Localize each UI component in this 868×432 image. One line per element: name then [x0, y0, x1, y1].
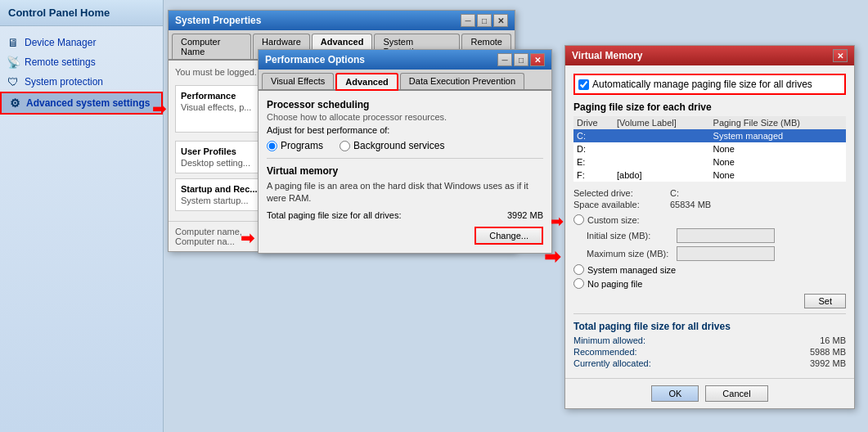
auto-manage-checkbox[interactable]: [578, 79, 589, 90]
selected-drive-value: C:: [670, 188, 679, 198]
no-paging-option[interactable]: No paging file: [573, 278, 846, 289]
performance-options-tabs: Visual Effects Advanced Data Execution P…: [259, 70, 551, 91]
virtual-memory-title: Virtual Memory: [572, 50, 642, 61]
paging-size-col-header: Paging File Size (MB): [710, 116, 846, 129]
vm-total-row: Total paging file size for all drives: 3…: [267, 210, 543, 220]
initial-size-input[interactable]: [677, 228, 775, 243]
perf-titlebar-controls: ─ □ ✕: [497, 53, 545, 66]
processor-scheduling-text: Choose how to allocate processor resourc…: [267, 112, 543, 122]
change-button[interactable]: Change...: [474, 227, 543, 245]
control-panel-home-title: Control Panel Home: [0, 0, 163, 26]
no-paging-radio[interactable]: [573, 278, 584, 289]
selected-drive-info: Selected drive: C: Space available: 6583…: [573, 188, 846, 209]
system-properties-titlebar: System Properties ─ □ ✕: [169, 11, 515, 30]
set-btn-row: Set: [573, 294, 846, 308]
ok-button[interactable]: OK: [651, 385, 699, 402]
background-radio[interactable]: [340, 141, 350, 151]
programs-radio[interactable]: [267, 141, 277, 151]
sidebar-item-remote-settings[interactable]: 📡 Remote settings: [0, 52, 163, 72]
maximize-button[interactable]: □: [477, 14, 492, 27]
advanced-system-settings-icon: ⚙: [8, 97, 21, 110]
paging-heading: Paging file size for each drive: [573, 101, 846, 113]
drive-row-e[interactable]: E: None: [573, 155, 846, 169]
currently-allocated-row: Currently allocated: 3992 MB: [573, 358, 846, 368]
tab-computer-name[interactable]: Computer Name: [172, 34, 251, 59]
recommended-row: Recommended: 5988 MB: [573, 347, 846, 357]
custom-size-label: Custom size:: [587, 215, 677, 225]
processor-scheduling-section: Processor scheduling Choose how to alloc…: [267, 99, 543, 151]
perf-minimize-button[interactable]: ─: [497, 53, 512, 66]
vm-dialog-arrow: ➡: [544, 245, 560, 268]
background-radio-label[interactable]: Background services: [340, 140, 444, 151]
drive-row-d[interactable]: D: None: [573, 142, 846, 155]
set-button[interactable]: Set: [804, 294, 846, 308]
device-manager-icon: 🖥: [7, 36, 20, 49]
maximum-size-input[interactable]: [677, 246, 775, 261]
drive-e-size: None: [710, 155, 846, 169]
system-protection-link[interactable]: System protection: [25, 76, 103, 88]
device-manager-link[interactable]: Device Manager: [25, 37, 96, 48]
change-btn-row: Change...: [267, 227, 543, 245]
no-paging-label: No paging file: [587, 279, 642, 289]
drive-col-header: Drive: [573, 116, 614, 129]
tab-advanced-perf[interactable]: Advanced: [335, 73, 398, 91]
background-label: Background services: [353, 140, 444, 151]
drive-table: Drive [Volume Label] Paging File Size (M…: [573, 116, 846, 182]
vm-text: A paging file is an area on the hard dis…: [267, 180, 543, 205]
tab-visual-effects[interactable]: Visual Effects: [262, 73, 334, 89]
drive-f-letter: F:: [573, 169, 614, 182]
change-btn-container: ➡ Change...: [267, 227, 543, 245]
performance-options-title: Performance Options: [265, 54, 365, 65]
size-options: ➡ Custom size: Initial size (MB): Maximu…: [573, 214, 846, 289]
drive-e-label: [614, 155, 710, 169]
cancel-button[interactable]: Cancel: [705, 385, 767, 402]
vm-titlebar-controls: ✕: [833, 49, 848, 62]
performance-options-dialog: Performance Options ─ □ ✕ Visual Effects…: [258, 49, 552, 254]
initial-size-row: Initial size (MB):: [587, 228, 846, 243]
drive-row-f[interactable]: F: [abdo] None: [573, 169, 846, 182]
tab-dep[interactable]: Data Execution Prevention: [400, 73, 524, 89]
remote-settings-link[interactable]: Remote settings: [25, 56, 96, 68]
programs-radio-label[interactable]: Programs: [267, 140, 323, 151]
sidebar-item-system-protection[interactable]: 🛡 System protection: [0, 72, 163, 92]
titlebar-controls: ─ □ ✕: [461, 14, 508, 27]
custom-size-row: ➡ Custom size:: [573, 214, 846, 228]
close-button[interactable]: ✕: [493, 14, 508, 27]
space-available-label: Space available:: [573, 200, 663, 209]
sidebar-item-device-manager[interactable]: 🖥 Device Manager: [0, 33, 163, 52]
selected-drive-row: Selected drive: C:: [573, 188, 846, 198]
custom-size-radio[interactable]: [573, 214, 584, 225]
maximum-size-label: Maximum size (MB):: [587, 249, 677, 259]
volume-label-col-header: [Volume Label]: [614, 116, 710, 129]
advanced-system-settings-link[interactable]: Advanced system settings: [26, 97, 150, 109]
drive-d-size: None: [710, 142, 846, 155]
sidebar-item-advanced-system-settings[interactable]: ⚙ Advanced system settings: [0, 92, 163, 115]
perf-maximize-button[interactable]: □: [514, 53, 528, 66]
custom-size-option[interactable]: Custom size:: [573, 214, 677, 225]
auto-manage-row[interactable]: Automatically manage paging file size fo…: [573, 74, 846, 95]
vm-total-label: Total paging file size for all drives:: [267, 210, 401, 220]
minimize-button[interactable]: ─: [461, 14, 475, 27]
system-managed-option[interactable]: System managed size: [573, 264, 846, 275]
system-managed-radio[interactable]: [573, 264, 584, 275]
selected-drive-label: Selected drive:: [573, 188, 663, 198]
perf-close-button[interactable]: ✕: [530, 53, 545, 66]
virtual-memory-content: Automatically manage paging file size fo…: [565, 65, 854, 378]
programs-label: Programs: [281, 140, 323, 151]
virtual-memory-titlebar: Virtual Memory ✕: [565, 46, 854, 65]
vm-close-button[interactable]: ✕: [833, 49, 848, 62]
left-panel: Control Panel Home 🖥 Device Manager 📡 Re…: [0, 0, 164, 432]
drive-row-c[interactable]: C: System managed: [573, 129, 846, 142]
change-arrow: ➡: [241, 228, 254, 248]
virtual-memory-section: Virtual memory A paging file is an area …: [267, 165, 543, 220]
drive-d-letter: D:: [573, 142, 614, 155]
currently-allocated-label: Currently allocated:: [573, 358, 651, 368]
currently-allocated-value: 3992 MB: [810, 358, 846, 368]
system-protection-icon: 🛡: [7, 75, 20, 88]
total-section: Total paging file size for all drives Mi…: [573, 321, 846, 368]
auto-manage-label: Automatically manage paging file size fo…: [592, 79, 812, 90]
drive-c-size: System managed: [710, 129, 846, 142]
recommended-value: 5988 MB: [810, 347, 846, 357]
performance-radio-group: Programs Background services: [267, 140, 543, 151]
minimum-allowed-label: Minimum allowed:: [573, 335, 645, 345]
